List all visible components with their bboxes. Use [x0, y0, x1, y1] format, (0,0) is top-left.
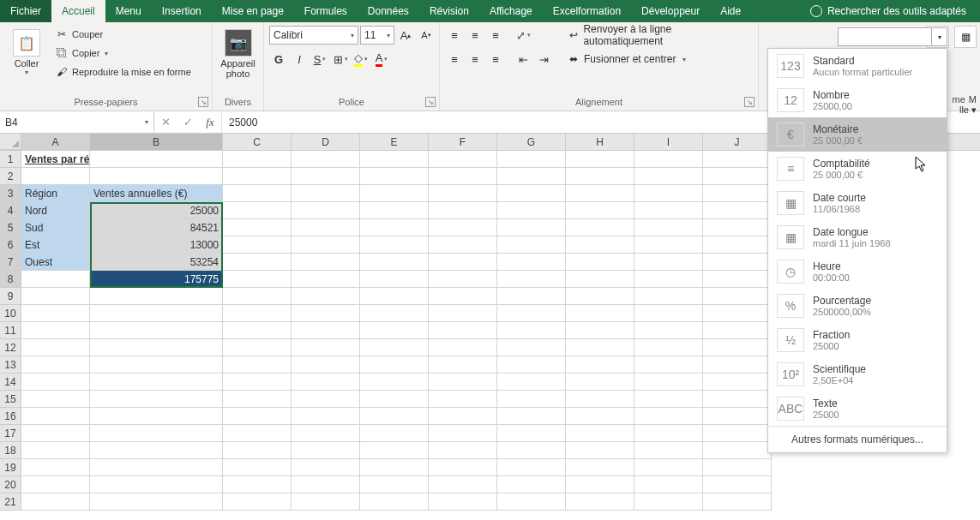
cell-B6[interactable]: 13000	[90, 236, 223, 254]
row-header-7[interactable]: 7	[0, 254, 21, 271]
insert-function-button[interactable]: fx	[199, 116, 221, 129]
cell-B8[interactable]: 175775	[90, 271, 223, 288]
cell-B1[interactable]	[90, 151, 223, 168]
cell-B2[interactable]	[90, 168, 223, 185]
format-table-button[interactable]: ▦	[954, 26, 977, 48]
cell-A4[interactable]: Nord	[21, 202, 90, 219]
increase-font-button[interactable]: A▴	[396, 26, 415, 45]
cell-B7[interactable]: 53254	[90, 254, 223, 271]
align-middle-button[interactable]: ≡	[466, 26, 484, 45]
chevron-down-icon[interactable]: ▾	[931, 28, 947, 45]
numfmt-item-pourcentage[interactable]: %Pourcentage2500000,00%	[768, 289, 947, 323]
align-top-button[interactable]: ≡	[445, 26, 464, 45]
col-header-I[interactable]: I	[634, 134, 703, 150]
cell-B5[interactable]: 84521	[90, 219, 223, 236]
numfmt-item-date longue[interactable]: ▦Date longuemardi 11 juin 1968	[768, 220, 947, 254]
row-header-2[interactable]: 2	[0, 168, 21, 185]
col-header-H[interactable]: H	[566, 134, 634, 150]
copy-button[interactable]: ⿻Copier▾	[51, 45, 195, 62]
align-left-button[interactable]: ≡	[445, 50, 464, 69]
cell-A6[interactable]: Est	[21, 236, 90, 254]
select-all-corner[interactable]	[0, 134, 21, 150]
align-center-button[interactable]: ≡	[466, 50, 484, 69]
underline-button[interactable]: S▾	[310, 50, 329, 69]
name-box[interactable]: B4 ▾	[0, 111, 154, 133]
tab-review[interactable]: Révision	[419, 0, 479, 22]
col-header-C[interactable]: C	[223, 134, 292, 150]
camera-button[interactable]: 📷 Appareil photo	[218, 26, 258, 82]
numfmt-more[interactable]: Autres formats numériques...	[768, 426, 947, 452]
row-header-5[interactable]: 5	[0, 219, 21, 236]
tab-view[interactable]: Affichage	[479, 0, 543, 22]
border-button[interactable]: ⊞▾	[331, 50, 350, 69]
row-header-8[interactable]: 8	[0, 271, 21, 288]
numfmt-item-fraction[interactable]: ½Fraction25000	[768, 323, 947, 357]
row-header-11[interactable]: 11	[0, 322, 21, 339]
numfmt-item-comptabilité[interactable]: ≡Comptabilité25 000,00 €	[768, 152, 947, 186]
tab-data[interactable]: Données	[358, 0, 419, 22]
chevron-down-icon[interactable]: ▾	[145, 118, 148, 126]
format-painter-button[interactable]: 🖌Reproduire la mise en forme	[51, 63, 195, 81]
row-header-17[interactable]: 17	[0, 425, 21, 442]
tab-developer[interactable]: Développeur	[631, 0, 710, 22]
bold-button[interactable]: G	[269, 50, 288, 69]
col-header-E[interactable]: E	[360, 134, 429, 150]
accept-formula-button[interactable]: ✓	[177, 116, 199, 129]
row-header-16[interactable]: 16	[0, 408, 21, 425]
fill-color-button[interactable]: ◇▾	[352, 50, 370, 69]
cell-A2[interactable]	[21, 168, 90, 185]
tab-menu[interactable]: Menu	[105, 0, 152, 22]
row-header-12[interactable]: 12	[0, 339, 21, 356]
decrease-indent-button[interactable]: ⇤	[514, 50, 532, 69]
row-header-10[interactable]: 10	[0, 305, 21, 322]
tab-insert[interactable]: Insertion	[152, 0, 212, 22]
paste-button[interactable]: 📋 Coller ▾	[5, 26, 48, 80]
numfmt-item-nombre[interactable]: 12Nombre25000,00	[768, 83, 947, 117]
cell-B4[interactable]: 25000	[90, 202, 223, 219]
italic-button[interactable]: I	[290, 50, 309, 69]
numfmt-item-monétaire[interactable]: €Monétaire25 000,00 €	[768, 117, 947, 152]
font-color-button[interactable]: A▾	[372, 50, 391, 69]
numfmt-item-scientifique[interactable]: 10²Scientifique2,50E+04	[768, 357, 947, 391]
row-header-21[interactable]: 21	[0, 493, 21, 511]
col-header-G[interactable]: G	[497, 134, 566, 150]
clipboard-launcher[interactable]: ↘	[198, 97, 208, 107]
row-header-14[interactable]: 14	[0, 374, 21, 391]
cell-A1[interactable]: Ventes par région :	[21, 151, 90, 168]
row-header-18[interactable]: 18	[0, 442, 21, 459]
col-header-F[interactable]: F	[429, 134, 497, 150]
cell-B3[interactable]: Ventes annuelles (€)	[90, 185, 223, 202]
cells-area[interactable]: Ventes par région : RégionVentes annuell…	[21, 151, 772, 511]
row-header-13[interactable]: 13	[0, 356, 21, 374]
alignment-launcher[interactable]: ↘	[744, 97, 755, 107]
merge-center-button[interactable]: ⬌Fusionner et centrer▾	[562, 50, 753, 69]
tab-formulas[interactable]: Formules	[294, 0, 358, 22]
cut-button[interactable]: ✂Couper	[51, 26, 195, 43]
font-name-combo[interactable]: Calibri▾	[269, 26, 358, 45]
increase-indent-button[interactable]: ⇥	[534, 50, 553, 69]
font-size-combo[interactable]: 11▾	[360, 26, 394, 45]
cell-A7[interactable]: Ouest	[21, 254, 90, 271]
row-header-4[interactable]: 4	[0, 202, 21, 219]
row-header-1[interactable]: 1	[0, 151, 21, 168]
align-bottom-button[interactable]: ≡	[486, 26, 505, 45]
col-header-B[interactable]: B	[90, 134, 223, 150]
numfmt-item-standard[interactable]: 123StandardAucun format particulier	[768, 49, 947, 83]
tab-file[interactable]: Fichier	[0, 0, 51, 22]
font-launcher[interactable]: ↘	[425, 97, 436, 107]
cell-A5[interactable]: Sud	[21, 219, 90, 236]
cancel-formula-button[interactable]: ✕	[154, 116, 177, 129]
row-header-15[interactable]: 15	[0, 391, 21, 408]
align-right-button[interactable]: ≡	[486, 50, 505, 69]
row-header-20[interactable]: 20	[0, 476, 21, 493]
cell-A3[interactable]: Région	[21, 185, 90, 202]
tab-home[interactable]: Accueil	[51, 0, 105, 22]
tell-me-search[interactable]: Rechercher des outils adaptés	[797, 0, 980, 22]
wrap-text-button[interactable]: ↩Renvoyer à la ligne automatiquement	[562, 26, 753, 45]
decrease-font-button[interactable]: A▾	[417, 26, 436, 45]
tab-excelformation[interactable]: Excelformation	[543, 0, 631, 22]
number-format-combo[interactable]: ▾	[838, 27, 947, 46]
numfmt-item-date courte[interactable]: ▦Date courte11/06/1968	[768, 186, 947, 220]
orientation-button[interactable]: ⤢▾	[514, 26, 532, 45]
numfmt-item-texte[interactable]: ABCTexte25000	[768, 391, 947, 426]
